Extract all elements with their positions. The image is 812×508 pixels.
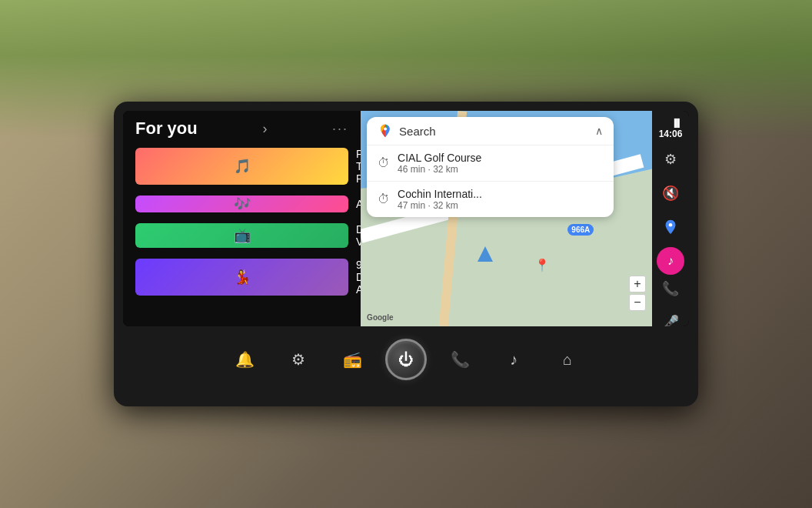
- control-bar: 🔔 ⚙ 📻 ⏻ 📞 ♪ ⌂: [123, 326, 689, 383]
- music-item[interactable]: 🎶 Aaho!: [129, 191, 354, 217]
- route-info-cial: CIAL Golf Course 46 min · 32 km: [398, 152, 603, 175]
- phone-icon-sidebar[interactable]: 📞: [657, 275, 684, 302]
- music-item[interactable]: 💃 90s Dance Anthems: [129, 254, 354, 300]
- signal-icon: ▐▌: [671, 119, 682, 127]
- map-panel: 966A 📍 Google + −: [361, 111, 652, 326]
- settings-icon-sidebar[interactable]: ⚙: [657, 145, 684, 173]
- zoom-out-button[interactable]: −: [629, 294, 646, 311]
- mute-icon-sidebar[interactable]: 🔇: [657, 179, 684, 207]
- time-display: 14:06: [659, 129, 683, 139]
- music-item[interactable]: 📺 Desi Vibes: [129, 219, 354, 252]
- for-you-title: For you: [135, 119, 198, 139]
- right-sidebar: ▐▌ 14:06 ⚙ 🔇 ♪ �: [652, 111, 689, 326]
- power-button[interactable]: ⏻: [385, 339, 427, 380]
- google-maps-icon: [378, 123, 393, 139]
- settings-button[interactable]: ⚙: [271, 343, 325, 376]
- search-chevron-up[interactable]: ∧: [595, 125, 603, 137]
- more-options-dots[interactable]: ···: [332, 121, 348, 137]
- album-art-aaho: 🎶: [135, 196, 348, 212]
- album-art-pop-te-pyaar: 🎵: [135, 148, 348, 185]
- album-art-desi-vibes: 📺: [135, 223, 348, 248]
- notification-button[interactable]: 🔔: [218, 343, 271, 376]
- status-bar: ▐▌ 14:06: [659, 119, 683, 139]
- search-overlay: Search ∧ ⏱ CIAL Golf Course 46 min · 32 …: [367, 117, 614, 217]
- map-location-pin: 📍: [534, 258, 550, 272]
- search-label: Search: [399, 125, 589, 138]
- music-button[interactable]: ♪: [487, 343, 541, 376]
- svg-point-1: [669, 223, 673, 227]
- sidebar-top-section: ▐▌ 14:06 ⚙ 🔇 ♪: [657, 119, 684, 275]
- route-info-cochin: Cochin Internati... 47 min · 32 km: [398, 188, 603, 211]
- history-clock-icon: ⏱: [378, 192, 390, 206]
- route-details: 47 min · 32 km: [398, 200, 603, 211]
- zoom-in-button[interactable]: +: [629, 276, 646, 292]
- sidebar-bottom-section: 📞 🎤 ⊞: [657, 275, 684, 326]
- route-name: CIAL Golf Course: [398, 152, 603, 164]
- infotainment-screen: For you › ··· 🎵 Pop Te Pyaar 🎶 Aaho! 📺: [123, 111, 689, 326]
- radio-button[interactable]: 📻: [325, 343, 379, 376]
- album-art-90s-dance: 💃: [135, 259, 348, 296]
- car-background: For you › ··· 🎵 Pop Te Pyaar 🎶 Aaho! 📺: [0, 0, 812, 508]
- svg-point-0: [384, 127, 387, 130]
- microphone-icon-sidebar[interactable]: 🎤: [657, 309, 684, 326]
- map-zoom-controls: + −: [629, 276, 646, 311]
- search-bar[interactable]: Search ∧: [367, 117, 614, 145]
- music-app-icon-sidebar[interactable]: ♪: [657, 247, 684, 275]
- route-item[interactable]: ⏱ CIAL Golf Course 46 min · 32 km: [367, 145, 614, 182]
- maps-icon-sidebar[interactable]: [657, 213, 684, 241]
- route-item[interactable]: ⏱ Cochin Internati... 47 min · 32 km: [367, 182, 614, 217]
- music-list: 🎵 Pop Te Pyaar 🎶 Aaho! 📺 Desi Vibes 💃 90…: [123, 143, 361, 326]
- phone-button[interactable]: 📞: [433, 343, 487, 376]
- music-item[interactable]: 🎵 Pop Te Pyaar: [129, 143, 354, 189]
- history-clock-icon: ⏱: [378, 156, 390, 170]
- google-maps-logo: Google: [367, 313, 393, 322]
- music-panel: For you › ··· 🎵 Pop Te Pyaar 🎶 Aaho! 📺: [123, 111, 361, 326]
- map-road-badge: 966A: [567, 224, 594, 236]
- route-name: Cochin Internati...: [398, 188, 603, 200]
- dashboard-unit: For you › ··· 🎵 Pop Te Pyaar 🎶 Aaho! 📺: [114, 102, 698, 406]
- power-icon: ⏻: [398, 351, 414, 369]
- for-you-chevron[interactable]: ›: [262, 121, 267, 137]
- music-panel-header: For you › ···: [123, 111, 361, 143]
- route-details: 46 min · 32 km: [398, 164, 603, 175]
- home-button[interactable]: ⌂: [541, 343, 594, 376]
- map-nav-arrow: [478, 246, 493, 262]
